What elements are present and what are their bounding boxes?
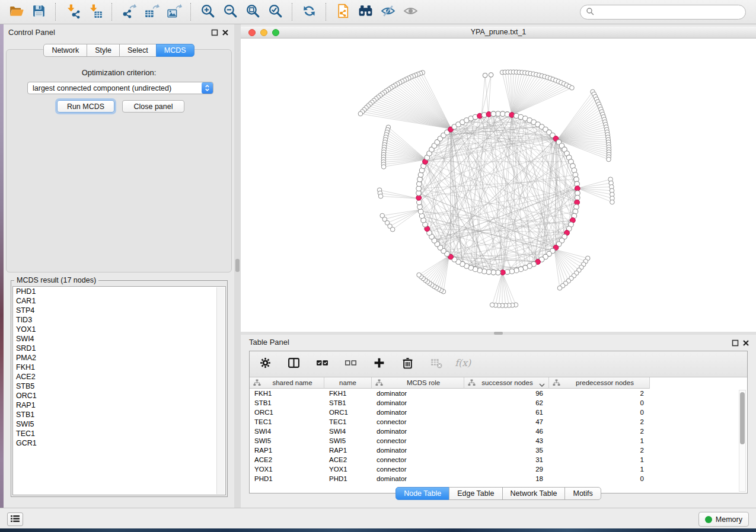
leaf-node[interactable] xyxy=(489,73,493,78)
tab-mcds[interactable]: MCDS xyxy=(156,44,194,57)
vertical-split-thumb[interactable] xyxy=(235,259,240,272)
mcds-result-item[interactable]: TEC1 xyxy=(13,429,225,438)
column-header-name[interactable]: name xyxy=(324,377,372,389)
open-file-button[interactable] xyxy=(5,2,27,21)
mcds-result-item[interactable]: SWI4 xyxy=(13,334,225,344)
table-row[interactable]: FKH1FKH1dominator962 xyxy=(250,389,747,398)
mcds-result-item[interactable]: PHD1 xyxy=(13,287,225,296)
zoom-fit-content-button[interactable] xyxy=(241,2,264,21)
float-panel-icon[interactable] xyxy=(211,29,219,37)
mcds-result-item[interactable]: CAR1 xyxy=(13,296,225,306)
mcds-result-item[interactable]: GCR1 xyxy=(13,438,225,448)
delete-rows-button[interactable] xyxy=(400,357,414,371)
table-row[interactable]: TEC1TEC1connector472 xyxy=(250,417,747,427)
export-network-button[interactable] xyxy=(117,2,140,21)
leaf-node[interactable] xyxy=(557,286,562,290)
import-table-from-file-button[interactable] xyxy=(84,2,106,21)
show-columns-button[interactable] xyxy=(286,357,301,371)
close-panel-button[interactable]: Close panel xyxy=(122,100,184,113)
table-row[interactable]: SWI5SWI5connector431 xyxy=(250,436,747,446)
table-settings-button[interactable] xyxy=(258,357,272,371)
table-tab-edge-table[interactable]: Edge Table xyxy=(449,487,502,500)
import-network-from-file-button[interactable] xyxy=(61,2,84,21)
task-history-button[interactable] xyxy=(7,512,23,526)
mcds-result-item[interactable]: RAP1 xyxy=(13,400,225,410)
mcds-result-item[interactable]: SRD1 xyxy=(13,344,225,353)
tab-network[interactable]: Network xyxy=(43,44,87,57)
column-header-predecessor-nodes[interactable]: predecessor nodes xyxy=(549,377,650,389)
table-row[interactable]: RAP1RAP1dominator352 xyxy=(250,446,747,455)
unselect-all-button[interactable] xyxy=(343,357,358,371)
zoom-selected-region-button[interactable] xyxy=(264,2,286,21)
result-list-scrollbar[interactable] xyxy=(216,287,225,494)
leaf-node[interactable] xyxy=(570,85,575,90)
zoom-out-button[interactable] xyxy=(219,2,241,21)
export-image-button[interactable] xyxy=(162,2,185,21)
table-cell: PHD1 xyxy=(324,474,372,483)
leaf-node[interactable] xyxy=(483,73,487,78)
table-row[interactable]: YOX1YOX1connector291 xyxy=(250,464,747,474)
table-row[interactable]: ACE2ACE2connector311 xyxy=(250,455,747,464)
apply-preferred-layout-button[interactable] xyxy=(298,2,320,21)
ring-node[interactable] xyxy=(491,111,496,117)
search-network-button[interactable] xyxy=(354,2,377,21)
window-minimize-light[interactable] xyxy=(260,29,267,36)
save-session-button[interactable] xyxy=(27,2,50,21)
optimization-criterion-select[interactable]: largest connected component (undirected) xyxy=(27,82,213,94)
tab-style[interactable]: Style xyxy=(87,44,120,57)
network-canvas[interactable] xyxy=(241,39,756,332)
share-document-button[interactable] xyxy=(331,2,354,21)
mcds-result-item[interactable]: STP4 xyxy=(13,306,225,315)
table-row[interactable]: STB1STB1dominator620 xyxy=(250,398,747,408)
run-mcds-button[interactable]: Run MCDS xyxy=(57,100,114,113)
table-scrollbar[interactable] xyxy=(739,390,746,492)
leaf-node[interactable] xyxy=(358,111,363,116)
leaf-node[interactable] xyxy=(610,200,615,204)
select-all-button[interactable] xyxy=(315,357,329,371)
leaf-node[interactable] xyxy=(417,273,422,277)
mcds-result-item[interactable]: SWI5 xyxy=(13,419,225,429)
column-header-mcds-role[interactable]: MCDS role xyxy=(372,377,464,389)
table-row[interactable]: PHD1PHD1dominator180 xyxy=(250,474,747,483)
search-box[interactable] xyxy=(580,5,746,20)
table-cell: RAP1 xyxy=(324,446,372,455)
export-table-button[interactable] xyxy=(140,2,162,21)
zoom-in-button[interactable] xyxy=(196,2,219,21)
leaf-node[interactable] xyxy=(607,157,611,162)
mcds-result-item[interactable]: STB1 xyxy=(13,410,225,419)
leaf-node[interactable] xyxy=(390,227,395,232)
close-table-panel-icon[interactable] xyxy=(742,339,750,347)
delete-rows-icon xyxy=(401,357,414,371)
mcds-result-item[interactable]: FKH1 xyxy=(13,363,225,372)
window-zoom-light[interactable] xyxy=(272,29,279,36)
table-tab-network-table[interactable]: Network Table xyxy=(502,487,566,500)
add-row-button[interactable] xyxy=(372,357,386,371)
mcds-result-item[interactable]: STB5 xyxy=(13,382,225,391)
table-cell: 29 xyxy=(464,464,549,474)
float-table-panel-icon[interactable] xyxy=(732,339,739,347)
table-tab-node-table[interactable]: Node Table xyxy=(395,487,449,500)
table-cell: TEC1 xyxy=(250,417,324,427)
vertical-split-divider[interactable] xyxy=(234,24,241,508)
table-row[interactable]: ORC1ORC1dominator610 xyxy=(250,408,747,417)
mcds-result-item[interactable]: YOX1 xyxy=(13,325,225,334)
mcds-result-item[interactable]: ACE2 xyxy=(13,372,225,382)
mcds-result-item[interactable]: PMA2 xyxy=(13,353,225,363)
table-scrollbar-thumb[interactable] xyxy=(740,392,745,444)
memory-button[interactable]: Memory xyxy=(698,512,749,527)
leaf-node[interactable] xyxy=(378,194,383,198)
leaf-node[interactable] xyxy=(490,303,495,307)
task-list-icon xyxy=(10,514,20,525)
column-header-successor-nodes[interactable]: successor nodes xyxy=(464,377,549,389)
mcds-result-item[interactable]: ORC1 xyxy=(13,391,225,400)
mcds-result-item[interactable]: TID3 xyxy=(13,315,225,325)
hide-selected-button[interactable] xyxy=(377,2,399,21)
table-row[interactable]: SWI4SWI4dominator462 xyxy=(250,427,747,436)
column-header-shared-name[interactable]: shared name xyxy=(250,377,324,389)
leaf-node[interactable] xyxy=(381,165,386,169)
table-tab-motifs[interactable]: Motifs xyxy=(564,487,601,500)
close-panel-icon[interactable] xyxy=(222,29,229,37)
search-input[interactable] xyxy=(594,8,745,17)
tab-select[interactable]: Select xyxy=(119,44,157,57)
window-close-light[interactable] xyxy=(248,29,256,36)
